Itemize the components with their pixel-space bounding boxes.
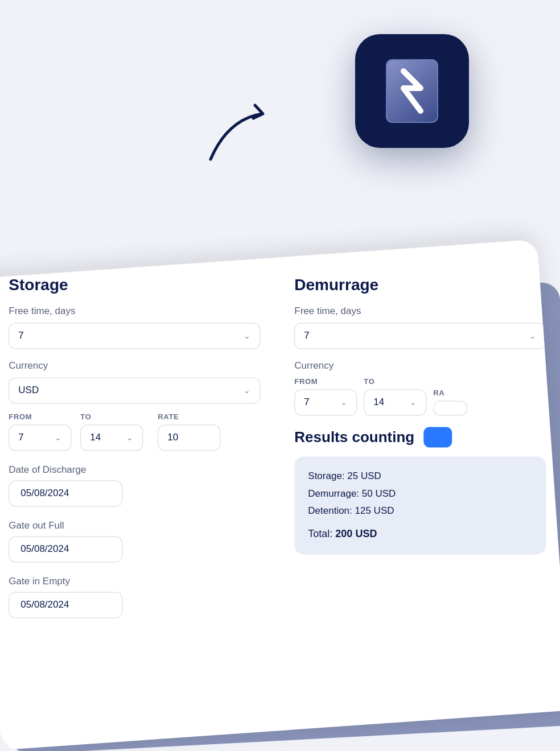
detention-result-line: Detention: 125 USD	[308, 503, 532, 521]
from-label: FROM	[9, 412, 71, 421]
currency-label: Currency	[9, 360, 260, 372]
demurrage-to-select[interactable]: 14 ⌄	[364, 389, 426, 415]
demurrage-free-time-select[interactable]: 7 ⌄	[294, 323, 546, 349]
chevron-down-icon: ⌄	[244, 331, 250, 340]
date-discharge-input[interactable]: 05/08/2024	[9, 480, 122, 506]
chevron-down-icon: ⌄	[529, 331, 536, 340]
storage-section: Storage Free time, days 7 ⌄ Currency USD…	[9, 276, 260, 618]
storage-free-time-select[interactable]: 7 ⌄	[9, 323, 260, 349]
results-card: Storage: 25 USD Demurrage: 50 USD Detent…	[294, 456, 546, 554]
demurrage-result-line: Demurrage: 50 USD	[308, 485, 532, 503]
results-section: Results counting Storage: 25 USD Demurra…	[294, 427, 546, 554]
demurrage-currency-label: Currency	[294, 360, 546, 372]
storage-from-select[interactable]: 7 ⌄	[9, 424, 71, 451]
chevron-down-icon: ⌄	[340, 398, 347, 407]
results-toggle-button[interactable]	[423, 427, 452, 447]
rate-label: RATE	[158, 412, 220, 421]
to-label: TO	[80, 412, 143, 421]
free-time-label: Free time, days	[9, 306, 260, 317]
storage-title: Storage	[9, 276, 260, 294]
demurrage-to-label: TO	[364, 377, 426, 386]
demurrage-section: Demurrage Free time, days 7 ⌄ Currency F…	[294, 276, 546, 618]
app-icon	[355, 34, 469, 148]
demurrage-from-label: FROM	[294, 377, 357, 386]
gate-in-empty-label: Gate in Empty	[9, 576, 260, 587]
demurrage-title: Demurrage	[294, 276, 546, 294]
demurrage-rate-label: RA	[433, 389, 467, 397]
storage-rate-input[interactable]: 10	[158, 424, 220, 451]
date-discharge-label: Date of Discharge	[9, 464, 260, 476]
arrow-container	[193, 85, 285, 179]
storage-currency-select[interactable]: USD ⌄	[9, 377, 260, 403]
app-logo-icon	[372, 51, 452, 131]
demurrage-from-select[interactable]: 7 ⌄	[294, 389, 357, 415]
results-title: Results counting	[294, 428, 414, 446]
demurrage-rate-input[interactable]	[433, 401, 467, 415]
chevron-down-icon: ⌄	[55, 433, 61, 442]
storage-result-line: Storage: 25 USD	[308, 468, 532, 485]
card-stack: Storage Free time, days 7 ⌄ Currency USD…	[0, 250, 560, 751]
gate-out-full-label: Gate out Full	[9, 520, 260, 531]
chevron-down-icon: ⌄	[126, 433, 133, 442]
demurrage-free-time-label: Free time, days	[294, 306, 546, 317]
gate-in-empty-input[interactable]: 05/08/2024	[9, 592, 122, 618]
chevron-down-icon: ⌄	[244, 386, 250, 395]
card-main: Storage Free time, days 7 ⌄ Currency USD…	[0, 240, 560, 751]
gate-out-full-input[interactable]: 05/08/2024	[9, 536, 122, 562]
chevron-down-icon: ⌄	[410, 398, 417, 407]
total-line: Total: 200 USD	[308, 525, 532, 543]
arrow-icon	[193, 85, 285, 176]
storage-to-select[interactable]: 14 ⌄	[80, 424, 143, 451]
hero-section	[0, 17, 560, 279]
